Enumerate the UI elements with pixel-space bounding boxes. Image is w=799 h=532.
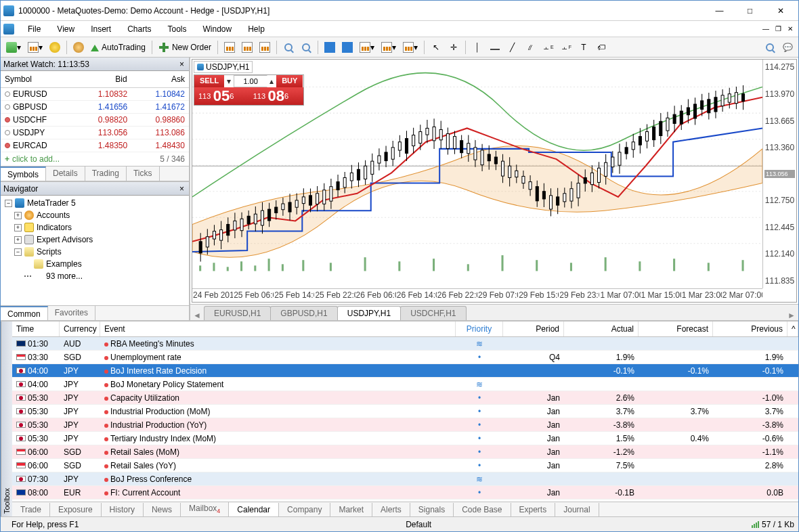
toolbox-tab-experts[interactable]: Experts <box>511 503 556 516</box>
bar-chart-button[interactable] <box>221 39 238 56</box>
trade-volume-input[interactable] <box>234 75 267 87</box>
chart-tab[interactable]: USDJPY,H1 <box>337 306 401 320</box>
toolbox-tab-signals[interactable]: Signals <box>410 503 454 516</box>
horizontal-line-button[interactable] <box>487 39 503 56</box>
status-profile[interactable]: Default <box>399 520 438 529</box>
text-label-button[interactable]: 🏷 <box>593 39 609 56</box>
chart-tab[interactable]: GBPUSD,H1 <box>270 306 337 320</box>
chart-window[interactable]: USDJPY,H1 SELL ▾ ▴ BUY 113 056 <box>192 59 797 303</box>
toolbox-tab-market[interactable]: Market <box>330 503 372 516</box>
chart-tab[interactable]: EURUSD,H1 <box>204 306 271 320</box>
volume-up-icon[interactable]: ▴ <box>267 75 276 87</box>
trendline-button[interactable]: ╱ <box>504 39 521 56</box>
indicators-button[interactable]: ▾ <box>357 39 377 56</box>
calendar-row[interactable]: 05:30 JPY Industrial Production (MoM) • … <box>12 405 798 418</box>
col-priority[interactable]: Priority <box>456 322 503 336</box>
col-forecast[interactable]: Forecast <box>639 322 713 336</box>
nav-accounts[interactable]: +Accounts <box>2 209 188 221</box>
nav-indicators[interactable]: +Indicators <box>2 221 188 234</box>
nav-tab-favorites[interactable]: Favorites <box>48 306 95 320</box>
nav-tab-common[interactable]: Common <box>1 306 48 320</box>
toolbox-tab-exposure[interactable]: Exposure <box>50 503 102 516</box>
calendar-row[interactable]: 04:00 JPY BoJ Monetary Policy Statement … <box>12 378 798 391</box>
toolbox-tab-journal[interactable]: Journal <box>555 503 599 516</box>
zoom-out-button[interactable] <box>298 39 314 56</box>
col-symbol[interactable]: Symbol <box>1 73 73 85</box>
chart-tab-prev-icon[interactable]: ◄ <box>193 311 201 320</box>
menu-help[interactable]: Help <box>240 22 273 36</box>
menu-view[interactable]: View <box>49 22 83 36</box>
toolbox-tab-history[interactable]: History <box>102 503 144 516</box>
calendar-row[interactable]: 04:00 JPY BoJ Interest Rate Decision ≋ -… <box>12 364 798 378</box>
toolbox-tab-code-base[interactable]: Code Base <box>454 503 511 516</box>
periods-button[interactable]: ▾ <box>379 39 399 56</box>
calendar-row[interactable]: 03:30 SGD Unemployment rate • Q4 1.9% 1.… <box>12 351 798 364</box>
symbol-row[interactable]: USDCHF 0.98820 0.98860 <box>1 114 189 127</box>
crosshair-button[interactable]: ✛ <box>446 39 462 56</box>
calendar-row[interactable]: 08:00 EUR FI: Current Account • Jan -0.1… <box>12 486 798 500</box>
toolbox-tab-mailbox[interactable]: Mailbox4 <box>181 502 229 516</box>
fibonacci-button[interactable]: ⫠E <box>540 39 557 56</box>
mdi-close-icon[interactable]: ✕ <box>785 24 796 35</box>
templates-button[interactable]: ▾ <box>400 39 420 56</box>
mw-tab-symbols[interactable]: Symbols <box>1 167 46 181</box>
search-icon[interactable] <box>762 39 778 56</box>
sell-price[interactable]: 113 056 <box>194 87 249 105</box>
zoom-in-button[interactable] <box>280 39 297 56</box>
buy-price[interactable]: 113 086 <box>249 87 304 105</box>
toolbox-tab-calendar[interactable]: Calendar <box>229 503 279 516</box>
col-period[interactable]: Period <box>503 322 564 336</box>
scroll-up-icon[interactable]: ^ <box>787 322 798 336</box>
col-actual[interactable]: Actual <box>564 322 639 336</box>
mw-tab-ticks[interactable]: Ticks <box>127 167 160 181</box>
calendar-row[interactable]: 06:00 SGD Retail Sales (YoY) • Jan 7.5% … <box>12 459 798 472</box>
text-button[interactable]: T <box>576 39 592 56</box>
candle-chart-button[interactable] <box>239 39 255 56</box>
auto-scroll-button[interactable] <box>322 39 338 56</box>
symbol-row[interactable]: EURUSD 1.10832 1.10842 <box>1 88 189 101</box>
volume-down-icon[interactable]: ▾ <box>225 75 234 87</box>
calendar-row[interactable]: 06:00 SGD Retail Sales (MoM) • Jan -1.2%… <box>12 445 798 459</box>
chart-tab-next-icon[interactable]: ► <box>787 311 796 320</box>
connection-status[interactable]: 57 / 1 Kb <box>752 520 794 529</box>
maximize-button[interactable]: □ <box>735 1 765 20</box>
col-event[interactable]: Event <box>100 322 456 336</box>
fibo-button[interactable]: ⫠F <box>558 39 574 56</box>
menu-charts[interactable]: Charts <box>119 22 159 36</box>
autotrading-button[interactable]: AutoTrading <box>88 39 148 56</box>
calendar-row[interactable]: 01:30 AUD RBA Meeting's Minutes ≋ <box>12 337 798 351</box>
symbol-row[interactable]: EURCAD 1.48350 1.48430 <box>1 139 189 152</box>
menu-window[interactable]: Window <box>195 22 240 36</box>
toolbox-tab-news[interactable]: News <box>144 503 181 516</box>
toolbox-tab-trade[interactable]: Trade <box>12 503 50 516</box>
col-ask[interactable]: Ask <box>131 73 189 85</box>
chart-shift-button[interactable] <box>339 39 355 56</box>
line-chart-button[interactable] <box>257 39 273 56</box>
menu-file[interactable]: File <box>20 22 49 36</box>
options-button[interactable] <box>70 39 87 56</box>
navigator-close-icon[interactable]: × <box>177 184 186 194</box>
profiles-button[interactable]: ▾ <box>25 39 45 56</box>
new-chart-button[interactable]: ▾ <box>3 39 24 56</box>
col-time[interactable]: Time <box>12 322 60 336</box>
col-bid[interactable]: Bid <box>73 73 131 85</box>
mdi-restore-icon[interactable]: ❐ <box>773 24 783 35</box>
nav-examples[interactable]: Examples <box>2 258 188 270</box>
cursor-button[interactable]: ↖ <box>428 39 444 56</box>
market-watch-close-icon[interactable]: × <box>177 60 186 69</box>
chat-icon[interactable]: 💬 <box>779 39 796 56</box>
toolbox-tab-alerts[interactable]: Alerts <box>372 503 410 516</box>
calendar-row[interactable]: 05:30 JPY Tertiary Industry Index (MoM) … <box>12 432 798 445</box>
equidistant-button[interactable]: ⫽ <box>522 39 538 56</box>
close-button[interactable]: ✕ <box>765 1 796 20</box>
calendar-row[interactable]: 05:30 JPY Capacity Utilization • Jan 2.6… <box>12 391 798 405</box>
sell-button[interactable]: SELL <box>194 75 225 87</box>
calendar-row[interactable]: 05:30 JPY Industrial Production (YoY) • … <box>12 418 798 432</box>
col-currency[interactable]: Currency <box>60 322 100 336</box>
nav-more[interactable]: ⋯93 more... <box>2 270 188 282</box>
calendar-row[interactable]: 07:30 JPY BoJ Press Conference ≋ <box>12 472 798 486</box>
nav-expert-advisors[interactable]: +Expert Advisors <box>2 234 188 246</box>
add-symbol-row[interactable]: + click to add... 5 / 346 <box>1 152 189 166</box>
chart-tab[interactable]: USDCHF,H1 <box>400 306 466 320</box>
nav-root[interactable]: −MetaTrader 5 <box>2 197 188 209</box>
